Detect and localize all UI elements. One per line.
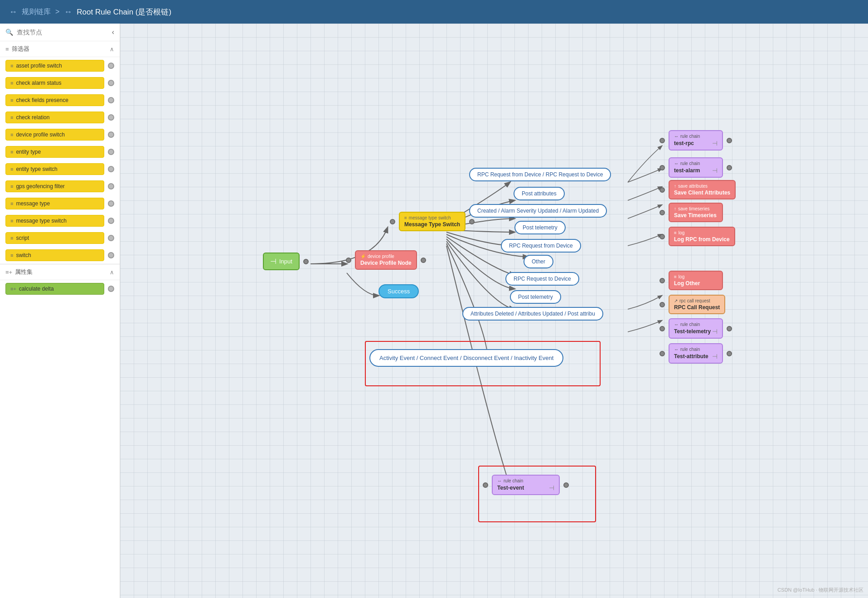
log-other-node[interactable]: ≡ log Log Other [659,271,723,290]
rule-chain-test-alarm-box[interactable]: ↔ rule chain test-alarm ⊣ [669,157,723,178]
rpc-request-both-node[interactable]: RPC Request from Device / RPC Request to… [469,168,611,181]
rule-chain-attribute-port-out [727,351,732,356]
post-telemetry-box[interactable]: Post telemetry [514,221,566,234]
collapse-sidebar-button[interactable]: ‹ [112,28,114,36]
log-other-port-in [659,278,665,283]
node-tag[interactable]: ≡ script [5,232,104,244]
rule-chain-test-rpc-node[interactable]: ↔ rule chain test-rpc ⊣ [659,130,732,151]
breadcrumb-rules[interactable]: 规则链库 [22,7,51,17]
sidebar-node-item[interactable]: ≡ message type switch [0,212,120,229]
log-rpc-box[interactable]: ≡ log Log RPC from Device [669,227,735,246]
rule-chain-rpc-line1: rule chain [680,134,700,139]
search-icon: 🔍 [5,29,13,36]
rule-chain-event-box[interactable]: ↔ rule chain Test-event ⊣ [492,475,560,495]
node-tag[interactable]: ≡ check alarm status [5,77,104,89]
node-tag[interactable]: ≡ check fields presence [5,94,104,106]
node-tag[interactable]: ≡ switch [5,249,104,261]
main-layout: 🔍 ‹ ≡ 筛选器 ∧ ≡ asset profile switch ≡ che… [0,24,868,598]
node-tag[interactable]: ≡ message type [5,198,104,209]
log-other-line1: log [679,274,684,279]
sidebar-node-item[interactable]: ≡ gps geofencing filter [0,178,120,195]
save-client-attr-node[interactable]: ↑ save attributes Save Client Attributes [659,180,736,199]
search-input[interactable] [17,29,108,36]
sidebar-node-item[interactable]: ≡ check alarm status [0,74,120,92]
sidebar-node-item[interactable]: ≡ message type [0,195,120,212]
node-tag[interactable]: ≡ asset profile switch [5,60,104,72]
activity-event-box[interactable]: Activity Event / Connect Event / Disconn… [369,349,563,367]
node-tag[interactable]: ≡ gps geofencing filter [5,180,104,192]
device-profile-box[interactable]: ⚡ device profile Device Profile Node [355,250,417,270]
device-profile-node[interactable]: ⚡ device profile Device Profile Node [346,250,426,270]
other-box[interactable]: Other [524,255,553,268]
post-telemetry-node[interactable]: Post telemetry [514,221,566,234]
sidebar-node-item[interactable]: ≡ entity type switch [0,160,120,178]
log-rpc-icon: ≡ [674,230,677,235]
node-tag-label: check fields presence [16,97,68,103]
node-tag[interactable]: ≡ entity type switch [5,163,104,175]
alarm-created-box[interactable]: Created / Alarm Severity Updated / Alarm… [469,204,607,218]
post-attributes-node[interactable]: Post attributes [514,187,565,200]
node-drag-handle [108,200,114,207]
sidebar-node-item[interactable]: ≡ device profile switch [0,126,120,143]
node-tag-icon: ≡ [10,235,13,241]
attr-tag[interactable]: ≡+ calculate delta [5,283,104,295]
sidebar-node-item[interactable]: ≡ check relation [0,109,120,126]
sidebar-node-item[interactable]: ≡ check fields presence [0,92,120,109]
canvas[interactable]: ⊣ Input ≡ message type switch Message Ty… [120,24,868,598]
post-attributes-box[interactable]: Post attributes [514,187,565,200]
msg-switch-node[interactable]: ≡ message type switch Message Type Switc… [390,212,475,231]
node-tag[interactable]: ≡ device profile switch [5,129,104,141]
other-node[interactable]: Other [524,255,553,268]
rpc-from-device-box[interactable]: RPC Request from Device [501,239,581,253]
attrs-deleted-node[interactable]: Attributes Deleted / Attributes Updated … [462,307,603,321]
node-tag[interactable]: ≡ check relation [5,112,104,123]
save-timeseries-box[interactable]: ↑ save timeseries Save Timeseries [669,203,723,222]
alarm-created-node[interactable]: Created / Alarm Severity Updated / Alarm… [469,204,607,218]
rpc-to-device-box[interactable]: RPC Request to Device [505,272,579,286]
node-tag[interactable]: ≡ message type switch [5,215,104,227]
rpc-call-request-node[interactable]: ↗ rpc call request RPC Call Request [659,295,725,314]
node-drag-handle [108,166,114,172]
post-telemetry2-box[interactable]: Post telemetry [510,290,561,304]
save-client-attr-box[interactable]: ↑ save attributes Save Client Attributes [669,180,736,199]
rule-chain-alarm-line1: rule chain [680,161,700,166]
sidebar-node-item[interactable]: ≡ asset profile switch [0,57,120,74]
rpc-request-both-box[interactable]: RPC Request from Device / RPC Request to… [469,168,611,181]
rule-chain-event-node[interactable]: ↔ rule chain Test-event ⊣ [483,475,569,495]
attr-section-label: 属性集 [15,268,33,276]
success-node[interactable]: Success [378,284,419,298]
filter-section-header[interactable]: ≡ 筛选器 ∧ [0,41,120,57]
attrs-deleted-box[interactable]: Attributes Deleted / Attributes Updated … [462,307,603,321]
save-timeseries-line2: Save Timeseries [674,212,718,219]
sidebar-node-item[interactable]: ≡ script [0,229,120,247]
rpc-call-request-box[interactable]: ↗ rpc call request RPC Call Request [669,295,725,314]
input-node[interactable]: ⊣ Input [263,253,309,270]
rule-chain-test-alarm-node[interactable]: ↔ rule chain test-alarm ⊣ [659,157,732,178]
rule-chain-attribute-node[interactable]: ↔ rule chain Test-attribute ⊣ [659,343,732,364]
save-timeseries-node[interactable]: ↑ save timeseries Save Timeseries [659,203,723,222]
rule-chain-test-rpc-box[interactable]: ↔ rule chain test-rpc ⊣ [669,130,723,151]
log-other-box[interactable]: ≡ log Log Other [669,271,723,290]
rpc-to-device-node[interactable]: RPC Request to Device [505,272,579,286]
node-tag-label: switch [16,252,31,258]
rule-chain-attribute-line2: Test-attribute [674,353,708,360]
node-drag-handle [108,114,114,121]
input-node-icon: ⊣ [270,257,276,266]
rule-chain-attribute-box[interactable]: ↔ rule chain Test-attribute ⊣ [669,343,723,364]
rule-chain-telemetry-port-out [727,326,732,331]
sidebar-attr-item[interactable]: ≡+ calculate delta [0,280,120,297]
success-box[interactable]: Success [378,284,419,298]
post-telemetry2-node[interactable]: Post telemetry [510,290,561,304]
input-node-box[interactable]: ⊣ Input [263,253,300,270]
sidebar-node-item[interactable]: ≡ entity type [0,143,120,160]
node-tag[interactable]: ≡ entity type [5,146,104,158]
rpc-from-device-node[interactable]: RPC Request from Device [501,239,581,253]
log-rpc-node[interactable]: ≡ log Log RPC from Device [659,227,735,246]
rule-chain-event-line2: Test-event [497,485,524,491]
activity-event-node[interactable]: Activity Event / Connect Event / Disconn… [369,349,563,367]
rule-chain-telemetry-node[interactable]: ↔ rule chain Test-telemetry ⊣ [659,318,732,339]
msg-switch-box[interactable]: ≡ message type switch Message Type Switc… [399,212,466,231]
rule-chain-telemetry-box[interactable]: ↔ rule chain Test-telemetry ⊣ [669,318,723,339]
sidebar-node-item[interactable]: ≡ switch [0,247,120,264]
attr-section-header[interactable]: ≡+ 属性集 ∧ [0,264,120,280]
